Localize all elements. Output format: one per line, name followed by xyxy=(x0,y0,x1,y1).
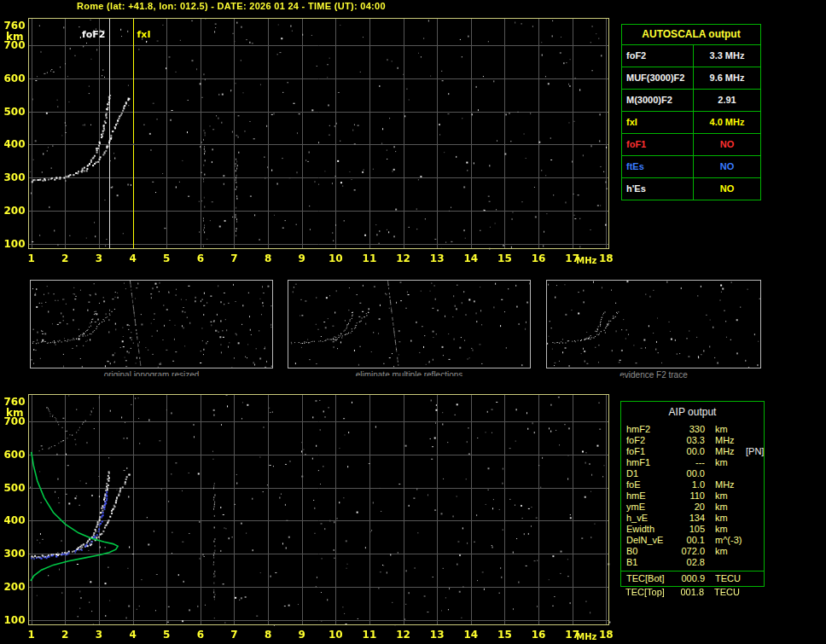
aip-rows: hmF2330kmfoF203.3MHzfoF100.0MHz[PN]hmF1-… xyxy=(621,424,764,568)
aip-row: foF100.0MHz[PN] xyxy=(621,446,764,457)
aip-row-value: 001.8 xyxy=(673,587,707,598)
autoscala-output-table: AUTOSCALA output foF23.3 MHzMUF(3000)F29… xyxy=(621,24,761,200)
aip-row: B102.8 xyxy=(621,557,764,568)
aip-row-extra xyxy=(745,587,763,598)
aip-row-unit: MHz xyxy=(708,446,746,457)
aip-row-value: 20 xyxy=(674,502,708,513)
aip-row-name: foF2 xyxy=(626,435,674,446)
autoscala-row: M(3000)F22.91 xyxy=(622,90,760,112)
aip-row-extra xyxy=(746,468,764,479)
aip-row-extra xyxy=(746,435,764,446)
aip-row: h_vE134km xyxy=(621,513,764,524)
aip-row-name: TEC[Bot] xyxy=(626,573,674,584)
aip-row: foE1.0MHz xyxy=(621,479,764,490)
autoscala-row: h'EsNO xyxy=(622,178,760,200)
autoscala-rows: foF23.3 MHzMUF(3000)F29.6 MHzM(3000)F22.… xyxy=(622,45,760,200)
aip-row-unit: km xyxy=(708,513,746,524)
aip-row-name: B0 xyxy=(626,546,674,557)
aip-row-name: TEC[Top] xyxy=(625,587,673,598)
aip-row: ymE20km xyxy=(621,502,764,513)
aip-row-unit: km xyxy=(708,546,746,557)
aip-row-extra xyxy=(746,535,764,546)
autoscala-row: foF1NO xyxy=(622,134,760,156)
aip-row-name: foE xyxy=(626,479,674,490)
aip-row: TEC[Bot]000.9TECU xyxy=(621,573,764,584)
aip-row-value: 000.9 xyxy=(674,573,708,584)
aip-row-value: --- xyxy=(674,457,708,468)
aip-row-value: 134 xyxy=(674,513,708,524)
aip-row-unit: km xyxy=(708,424,746,435)
aip-row-value: 330 xyxy=(674,424,708,435)
aip-row: hmF2330km xyxy=(621,424,764,435)
aip-row-name: D1 xyxy=(626,468,674,479)
aip-row-extra xyxy=(746,573,764,584)
thumb1-canvas xyxy=(30,280,273,368)
aip-row-name: ymE xyxy=(626,502,674,513)
autoscala-row-label: M(3000)F2 xyxy=(622,90,694,111)
autoscala-row-label: ftEs xyxy=(622,156,694,177)
aip-row-value: 110 xyxy=(674,490,708,502)
aip-row-unit: km xyxy=(708,524,746,535)
aip-row-extra xyxy=(746,490,764,502)
aip-row: B0072.0km xyxy=(621,546,764,557)
aip-row-unit: MHz xyxy=(708,479,746,490)
aip-row-unit: TECU xyxy=(708,573,746,584)
aip-row-name: h_vE xyxy=(626,513,674,524)
autoscala-row: fxI4.0 MHz xyxy=(622,112,760,134)
aip-row-unit: m^(-3) xyxy=(708,535,746,546)
autoscala-row-value: NO xyxy=(694,156,760,177)
thumb2-canvas xyxy=(288,280,531,368)
autoscala-row-label: MUF(3000)F2 xyxy=(622,67,694,89)
autoscala-row-value: 3.3 MHz xyxy=(694,45,760,67)
ionogram-bottom-canvas xyxy=(0,376,623,644)
aip-row-unit: km xyxy=(708,457,746,468)
aip-table-header: AIP output xyxy=(621,403,764,421)
aip-row-name: foF1 xyxy=(626,446,674,457)
aip-row-value: 105 xyxy=(674,524,708,535)
autoscala-row-label: foF1 xyxy=(622,134,694,155)
aip-row-name: B1 xyxy=(626,557,674,568)
aip-row-value: 00.0 xyxy=(674,468,708,479)
autoscala-row-label: foF2 xyxy=(622,45,694,67)
aip-row: hmE110km xyxy=(621,490,764,502)
autoscala-row: MUF(3000)F29.6 MHz xyxy=(622,67,760,90)
page-title: Rome (lat: +41.8, lon: 012.5) - DATE: 20… xyxy=(77,1,386,11)
aip-row-name: Ewidth xyxy=(626,524,674,535)
ionogram-top-canvas xyxy=(0,0,623,271)
aip-row: TEC[Top]001.8TECU xyxy=(620,587,763,598)
aip-row-extra xyxy=(746,524,764,535)
aip-output-table: AIP output hmF2330kmfoF203.3MHzfoF100.0M… xyxy=(620,401,765,587)
autoscala-table-header: AUTOSCALA output xyxy=(622,25,760,45)
aip-row-value: 00.1 xyxy=(674,535,708,546)
autoscala-row-label: h'Es xyxy=(622,178,694,200)
aip-row-extra xyxy=(746,424,764,435)
aip-separator xyxy=(621,571,764,571)
aip-row-value: 02.8 xyxy=(674,557,708,568)
aip-row-name: hmE xyxy=(626,490,674,502)
autoscala-row-value: 2.91 xyxy=(694,90,760,111)
autoscala-row: ftEsNO xyxy=(622,156,760,178)
aip-row: D100.0 xyxy=(621,468,764,479)
thumb3-canvas xyxy=(546,280,761,368)
aip-row: Ewidth105km xyxy=(621,524,764,535)
aip-row-unit xyxy=(708,557,746,568)
aip-row-value: 072.0 xyxy=(674,546,708,557)
aip-tec-top-row: TEC[Top]001.8TECU xyxy=(620,587,763,598)
aip-row-unit: MHz xyxy=(708,435,746,446)
aip-row-extra xyxy=(746,513,764,524)
aip-row: foF203.3MHz xyxy=(621,435,764,446)
aip-row-unit: km xyxy=(708,502,746,513)
autoscala-row-value: 4.0 MHz xyxy=(694,112,760,133)
aip-row-extra xyxy=(746,546,764,557)
aip-row-unit xyxy=(708,468,746,479)
aip-row-extra xyxy=(746,502,764,513)
aip-row-extra xyxy=(746,457,764,468)
aip-row-value: 00.0 xyxy=(674,446,708,457)
aip-row-value: 1.0 xyxy=(674,479,708,490)
aip-row-extra: [PN] xyxy=(746,446,764,457)
aip-row-unit: km xyxy=(708,490,746,502)
aip-row-value: 03.3 xyxy=(674,435,708,446)
aip-row-extra xyxy=(746,557,764,568)
aip-row-unit: TECU xyxy=(707,587,745,598)
aip-row: DelN_vE00.1m^(-3) xyxy=(621,535,764,546)
